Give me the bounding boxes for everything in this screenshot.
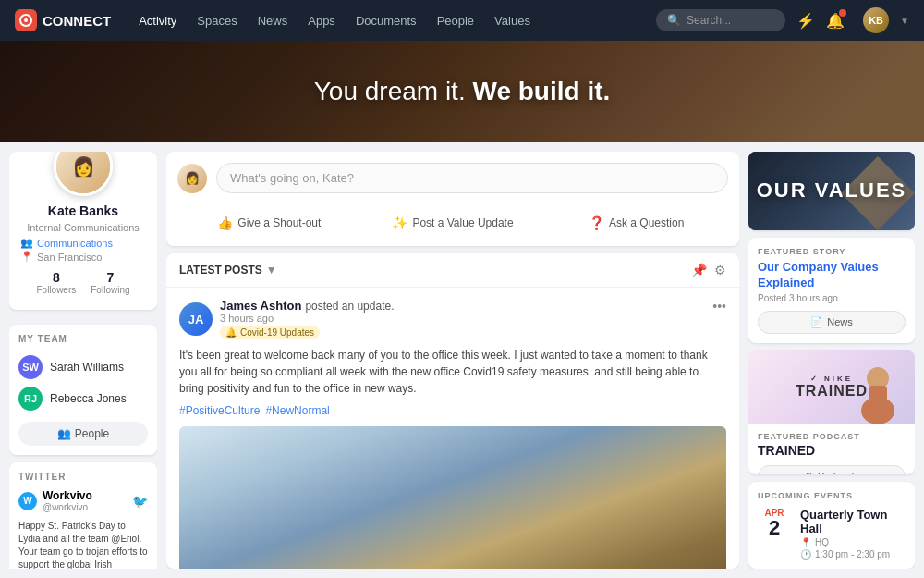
podcast-card: ✓ NIKE TRAINED FEATURED PODCAST TRAINED … bbox=[748, 350, 915, 474]
team-member-2[interactable]: RJ Rebecca Jones bbox=[18, 383, 148, 414]
values-card[interactable]: OUR VALUES bbox=[748, 152, 915, 230]
nav-news[interactable]: News bbox=[249, 8, 298, 33]
post-image bbox=[179, 426, 726, 569]
posts-card: LATEST POSTS ▼ 📌 ⚙ JA James Ashton bbox=[166, 253, 739, 569]
featured-story-title[interactable]: Our Company Values Explained bbox=[758, 260, 906, 291]
values-overlay-text: OUR VALUES bbox=[757, 178, 907, 203]
profile-department[interactable]: 👥 Communications bbox=[20, 237, 146, 249]
news-button[interactable]: 📄 News bbox=[758, 311, 906, 334]
left-column: 👩 Kate Banks Internal Communications 👥 C… bbox=[9, 152, 157, 569]
profile-stats: 8 Followers 7 Following bbox=[36, 270, 129, 295]
shoutout-icon: 👍 bbox=[217, 215, 233, 230]
ask-question-action[interactable]: ❓ Ask a Question bbox=[544, 211, 728, 235]
nav-activity[interactable]: Activity bbox=[129, 8, 186, 33]
location-icon: 📍 bbox=[20, 251, 33, 263]
podcast-title[interactable]: TRAINED bbox=[758, 443, 906, 458]
people-icon: 👥 bbox=[57, 427, 71, 440]
profile-name: Kate Banks bbox=[48, 203, 118, 218]
people-button[interactable]: 👥 People bbox=[18, 422, 148, 446]
following-stat[interactable]: 7 Following bbox=[91, 270, 129, 295]
post-author-details: James Ashton posted an update. 3 hours a… bbox=[220, 299, 394, 339]
profile-avatar[interactable]: 👩 bbox=[54, 152, 113, 196]
search-bar[interactable]: 🔍 Search... bbox=[656, 9, 785, 31]
notification-dot bbox=[839, 9, 846, 17]
user-menu-chevron[interactable]: ▼ bbox=[900, 16, 909, 26]
member-avatar-1: SW bbox=[18, 355, 43, 379]
profile-location[interactable]: 📍 San Francisco bbox=[20, 251, 146, 263]
svg-point-1 bbox=[24, 18, 28, 22]
composer-field[interactable]: What's going on, Kate? bbox=[216, 163, 728, 193]
nav-spaces[interactable]: Spaces bbox=[188, 8, 246, 33]
search-icon: 🔍 bbox=[667, 14, 681, 27]
twitter-tweet: Happy St. Patrick's Day to Lydia and all… bbox=[18, 520, 148, 569]
hashtag-2[interactable]: #NewNormal bbox=[265, 404, 329, 417]
nav-values[interactable]: Values bbox=[485, 8, 540, 33]
post-tag[interactable]: 🔔 Covid-19 Updates bbox=[220, 326, 320, 339]
podcast-featured-label: FEATURED PODCAST bbox=[758, 432, 906, 441]
hero-text: You dream it. We build it. bbox=[314, 77, 611, 106]
values-bg: OUR VALUES bbox=[748, 152, 915, 230]
member-name-1: Sarah Williams bbox=[50, 361, 124, 374]
tag-icon: 🔔 bbox=[225, 327, 237, 338]
avatar-image: 👩 bbox=[56, 152, 110, 193]
featured-story-card: FEATURED STORY Our Company Values Explai… bbox=[748, 238, 915, 343]
logo-icon bbox=[15, 9, 37, 31]
event-day: 2 bbox=[769, 518, 780, 538]
event-item[interactable]: APR 2 Quarterly Town Hall 📍 HQ 🕐 1:30 pm… bbox=[758, 508, 906, 560]
nike-swoosh: ✓ NIKE bbox=[796, 375, 868, 383]
nav-right: 🔍 Search... ⚡ 🔔 KB ▼ bbox=[656, 7, 909, 33]
clock-icon: 🕐 bbox=[800, 549, 811, 560]
pin-icon[interactable]: 📌 bbox=[691, 263, 707, 277]
podcast-icon: 🎙 bbox=[804, 471, 814, 474]
event-location: 📍 HQ bbox=[800, 537, 906, 547]
shoutout-action[interactable]: 👍 Give a Shout-out bbox=[177, 211, 361, 235]
events-card: UPCOMING EVENTS APR 2 Quarterly Town Hal… bbox=[748, 482, 915, 569]
user-avatar-nav[interactable]: KB bbox=[863, 7, 889, 33]
department-icon: 👥 bbox=[20, 237, 33, 249]
right-column: OUR VALUES FEATURED STORY Our Company Va… bbox=[748, 152, 915, 569]
post-image-placeholder bbox=[179, 426, 726, 569]
nav-people[interactable]: People bbox=[428, 8, 483, 33]
team-member-1[interactable]: SW Sarah Williams bbox=[18, 351, 148, 383]
member-avatar-2: RJ bbox=[18, 387, 43, 411]
nav-documents[interactable]: Documents bbox=[346, 8, 426, 33]
post-author-row: JA James Ashton posted an update. 3 hour… bbox=[179, 299, 726, 339]
nav-apps[interactable]: Apps bbox=[298, 8, 345, 33]
navbar: CONNECT Activity Spaces News Apps Docume… bbox=[0, 0, 924, 41]
filter-icon[interactable]: ⚙ bbox=[714, 263, 726, 277]
composer-avatar: 👩 bbox=[177, 164, 207, 193]
podcasts-button[interactable]: 🎙 Podcasts bbox=[758, 465, 906, 474]
post-author-avatar[interactable]: JA bbox=[179, 302, 213, 336]
question-icon: ❓ bbox=[589, 215, 604, 230]
posts-dropdown-icon[interactable]: ▼ bbox=[266, 264, 277, 277]
upcoming-events-label: UPCOMING EVENTS bbox=[758, 491, 906, 500]
search-placeholder: Search... bbox=[687, 14, 731, 27]
post-author-name[interactable]: James Ashton bbox=[220, 299, 301, 313]
post-action-text: posted an update. bbox=[305, 300, 394, 313]
post-hashtags: #PositiveCulture #NewNormal bbox=[179, 404, 726, 417]
twitter-handle: @workvivo bbox=[43, 502, 92, 512]
event-info: Quarterly Town Hall 📍 HQ 🕐 1:30 pm - 2:3… bbox=[800, 508, 906, 560]
composer-input-row: 👩 What's going on, Kate? bbox=[177, 163, 728, 193]
hashtag-1[interactable]: #PositiveCulture bbox=[179, 404, 260, 417]
value-update-action[interactable]: ✨ Post a Value Update bbox=[361, 211, 545, 235]
posts-title: LATEST POSTS ▼ bbox=[179, 264, 277, 277]
pulse-icon[interactable]: ⚡ bbox=[796, 12, 815, 30]
location-pin-icon: 📍 bbox=[800, 537, 811, 547]
featured-story-time: Posted 3 hours ago bbox=[758, 293, 906, 303]
twitter-logo: W bbox=[18, 492, 37, 510]
post-time: 3 hours ago bbox=[220, 313, 394, 324]
value-icon: ✨ bbox=[392, 215, 407, 230]
notification-icon[interactable]: 🔔 bbox=[826, 12, 852, 30]
post-author-info: JA James Ashton posted an update. 3 hour… bbox=[179, 299, 394, 339]
member-name-2: Rebecca Jones bbox=[50, 392, 127, 405]
profile-role: Internal Communications bbox=[27, 222, 140, 233]
hero-banner: You dream it. We build it. bbox=[0, 41, 924, 142]
podcast-image: ✓ NIKE TRAINED bbox=[748, 350, 915, 424]
app-logo[interactable]: CONNECT bbox=[15, 9, 111, 31]
featured-story-label: FEATURED STORY bbox=[758, 247, 906, 256]
post-more-icon[interactable]: ••• bbox=[712, 299, 726, 314]
post-item: JA James Ashton posted an update. 3 hour… bbox=[166, 288, 739, 569]
followers-stat[interactable]: 8 Followers bbox=[36, 270, 76, 295]
event-time: 🕐 1:30 pm - 2:30 pm bbox=[800, 549, 906, 560]
